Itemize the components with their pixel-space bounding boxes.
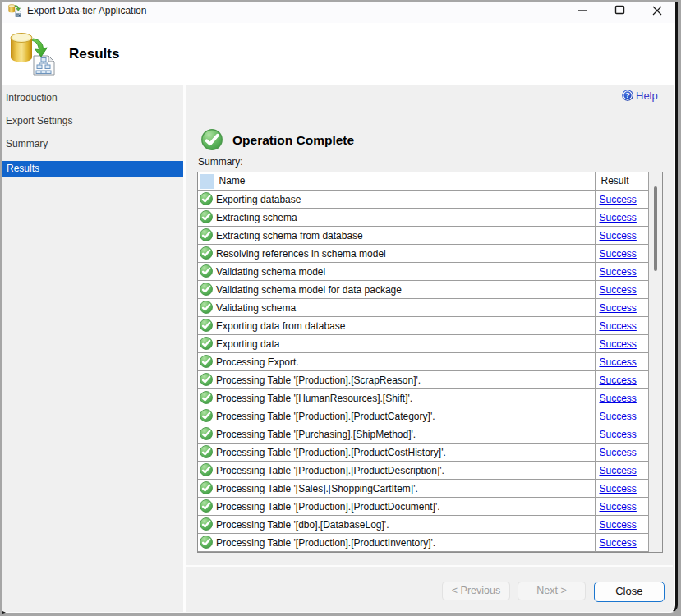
svg-text:?: ? <box>625 90 630 99</box>
